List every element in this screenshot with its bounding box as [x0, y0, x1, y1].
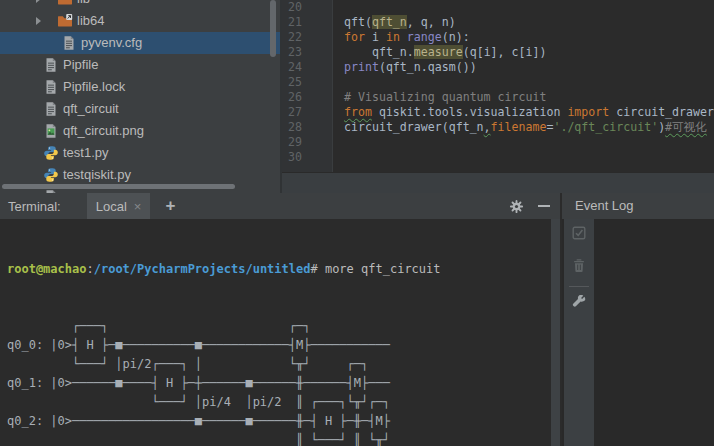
tree-item-testqiskit.py[interactable]: testqiskit.py — [0, 164, 280, 186]
prompt-user: root@machao — [7, 262, 86, 276]
wrench-settings-icon[interactable] — [572, 295, 587, 314]
tree-item-test1.py[interactable]: test1.py — [0, 142, 280, 164]
expand-arrow-icon[interactable] — [36, 0, 41, 3]
line-number: 20 — [282, 0, 332, 15]
tree-item-label: lib — [77, 0, 90, 10]
event-log-content — [596, 219, 714, 446]
text-file-icon — [43, 79, 59, 95]
line-number: 21 — [282, 15, 332, 30]
tree-item-label: lib64 — [77, 10, 104, 32]
tree-item-label: qft_circuit.png — [63, 120, 144, 142]
toolbar-separator — [569, 286, 589, 287]
line-number: 30 — [282, 150, 332, 165]
quantum-circuit-ascii: ┌───┐ ┌─┐ q0_0: |0>┤ H ├─■──────────■───… — [7, 317, 551, 446]
tree-item-pyvenv.cfg[interactable]: pyvenv.cfg — [0, 32, 280, 54]
code-line: 21qft(qft_n, q, n) — [282, 15, 714, 30]
tree-item-label: Pipfile.lock — [63, 76, 125, 98]
settings-gear-icon[interactable] — [509, 199, 524, 214]
new-session-button[interactable]: + — [165, 196, 175, 216]
terminal-output-line: q0_0: |0>┤ H ├─■──────────■────────────┤… — [7, 336, 551, 355]
code-line: 27from qiskit.tools.visualization import… — [282, 105, 714, 120]
python-file-icon — [43, 167, 59, 183]
terminal-output-line: q0_2: |0>─────────────────■──────■──────… — [7, 412, 551, 431]
code-line: 30 — [282, 150, 714, 165]
terminal-output-line: q0_1: |0>──────■────┤ H ├─┼──────■──────… — [7, 374, 551, 393]
close-icon[interactable]: × — [134, 199, 142, 214]
folder-icon — [57, 0, 73, 7]
tree-item-Pipfile.lock[interactable]: Pipfile.lock — [0, 76, 280, 98]
python-file-icon — [43, 145, 59, 161]
terminal-output[interactable]: root@machao:/root/PycharmProjects/untitl… — [0, 219, 551, 446]
code-editor[interactable]: 2021qft(qft_n, q, n)22for i in range(n):… — [280, 0, 714, 193]
minimize-icon[interactable] — [538, 205, 550, 207]
tree-item-qft_circuit[interactable]: qft_circuit — [0, 98, 280, 120]
line-number: 28 — [282, 120, 332, 135]
event-log-toolbar — [564, 219, 594, 446]
prompt-separator: : — [86, 262, 93, 276]
project-panel: liblib64pyvenv.cfgPipfilePipfile.lockqft… — [0, 0, 280, 193]
terminal-output-line: ║ └───┘ ║ └╥┘ — [7, 431, 551, 446]
line-number: 23 — [282, 45, 332, 60]
folder-symlink-icon — [57, 13, 73, 29]
code-line: 24print(qft_n.qasm()) — [282, 60, 714, 75]
tree-item-Pipfile[interactable]: Pipfile — [0, 54, 280, 76]
terminal-prompt-line: root@machao:/root/PycharmProjects/untitl… — [7, 260, 551, 279]
text-file-icon — [43, 57, 59, 73]
line-number: 29 — [282, 135, 332, 150]
tree-item-label: pyvenv.cfg — [81, 32, 142, 54]
editor-bottom-band — [282, 172, 714, 194]
prompt-command: # more qft_circuit — [310, 262, 440, 276]
line-number: 27 — [282, 105, 332, 120]
tree-item-label: testqiskit.py — [63, 164, 131, 186]
terminal-tab-label: Local — [96, 199, 127, 214]
line-number: 25 — [282, 75, 332, 90]
terminal-output-line: └───┘ │pi/4 │pi/2 ║ ┌───┐└╥┘┌─┐ — [7, 393, 551, 412]
tree-item-qft_circuit.png[interactable]: qft_circuit.png — [0, 120, 280, 142]
terminal-scrollbar-track[interactable] — [551, 219, 560, 446]
terminal-header: Terminal: Local × + — [0, 193, 560, 219]
code-line: 23 qft_n.measure(q[i], c[i]) — [282, 45, 714, 60]
tree-item-label: Pipfile — [63, 54, 98, 76]
code-area[interactable]: 2021qft(qft_n, q, n)22for i in range(n):… — [282, 0, 714, 165]
tree-item-lib[interactable]: lib — [0, 0, 280, 10]
terminal-panel: Terminal: Local × + root@machao:/root/Py… — [0, 193, 560, 446]
tree-item-lib64[interactable]: lib64 — [0, 10, 280, 32]
event-log-title: Event Log — [562, 193, 714, 219]
code-line: 26# Visualizing quantum circuit — [282, 90, 714, 105]
line-number: 22 — [282, 30, 332, 45]
project-horizontal-scrollbar[interactable] — [2, 184, 235, 189]
line-number: 24 — [282, 60, 332, 75]
tree-item-label: qft_circuit — [63, 98, 119, 120]
image-file-icon — [43, 123, 59, 139]
expand-arrow-icon[interactable] — [36, 17, 41, 25]
text-file-icon — [61, 35, 77, 51]
prompt-path: /root/PycharmProjects/untitled — [94, 262, 311, 276]
code-line: 28circuit_drawer(qft_n,filename='./qft_c… — [282, 120, 714, 135]
code-line: 22for i in range(n): — [282, 30, 714, 45]
text-file-icon — [43, 101, 59, 117]
terminal-output-line: ┌───┐ ┌─┐ — [7, 317, 551, 336]
terminal-tab-local[interactable]: Local × — [87, 193, 151, 219]
tree-item-label: test1.py — [63, 142, 109, 164]
mark-all-read-icon[interactable] — [572, 226, 586, 244]
code-line: 20 — [282, 0, 714, 15]
terminal-output-line: └───┘ │pi/2┌───┐ │ └╥┘ ┌─┐ — [7, 355, 551, 374]
line-number: 26 — [282, 90, 332, 105]
code-line: 25 — [282, 75, 714, 90]
terminal-panel-title: Terminal: — [8, 199, 61, 214]
trash-icon[interactable] — [572, 258, 586, 277]
event-log-panel: Event Log — [560, 193, 714, 446]
project-vertical-scrollbar[interactable] — [270, 0, 276, 57]
code-line: 29 — [282, 135, 714, 150]
